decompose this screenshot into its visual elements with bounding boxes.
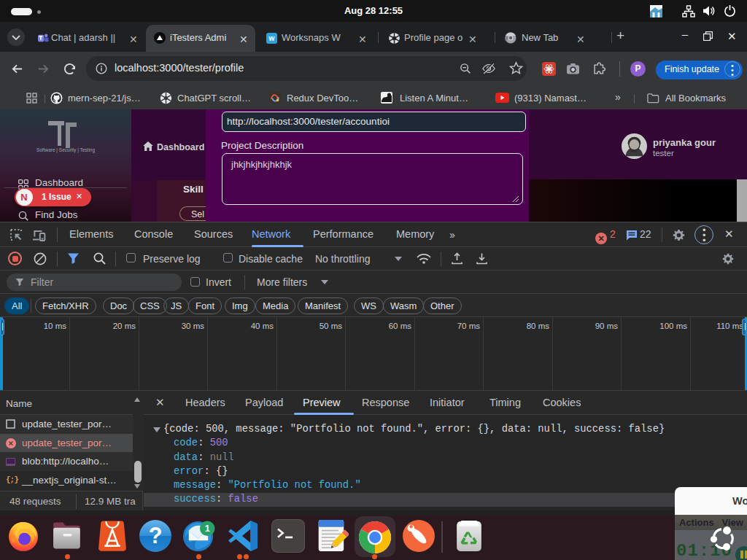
svg-text:?: ?	[149, 523, 163, 548]
svg-text:1: 1	[205, 523, 210, 534]
